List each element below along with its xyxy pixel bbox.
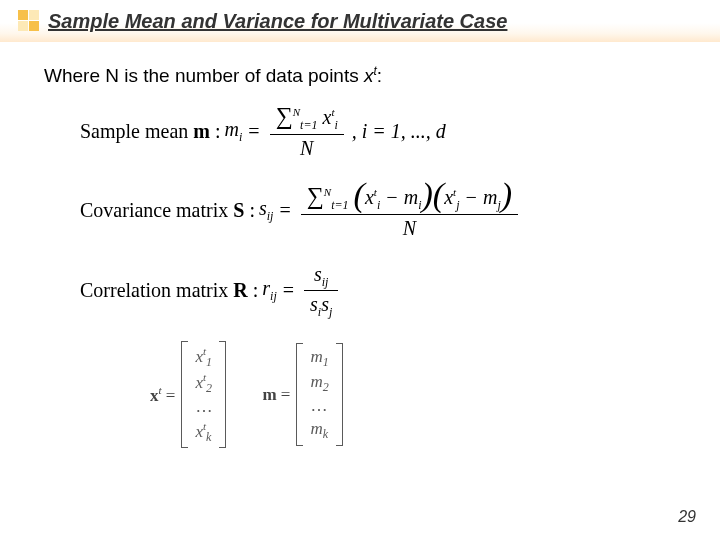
mean-frac: ∑Nt=1 xti N — [270, 101, 344, 161]
corr-num: sij — [308, 261, 334, 291]
vectors-row: xt = xt1 xt2 … xtk — [150, 341, 690, 449]
cov-p1-minus: − — [380, 186, 404, 208]
math-block: Sample mean m : mi = ∑Nt=1 xti N , i = 1… — [80, 101, 690, 448]
mean-num: ∑Nt=1 xti — [270, 101, 344, 134]
corr-num-sub: ij — [322, 275, 329, 289]
vecm-r3: … — [310, 395, 328, 418]
lbracket-icon — [181, 341, 190, 449]
slide-number: 29 — [678, 508, 696, 526]
sigma-icon: ∑ — [307, 183, 324, 209]
cov-num: ∑Nt=1 (xti − mi)(xtj − mj) — [301, 181, 518, 214]
vecx-r1-sub: 1 — [206, 355, 212, 369]
vecm-eq: = — [281, 385, 291, 404]
intro-suffix: : — [377, 65, 382, 86]
corr-lhs-var: r — [262, 277, 270, 299]
vecx-sup: t — [159, 384, 162, 396]
rbracket-icon — [334, 343, 343, 446]
cov-frac: ∑Nt=1 (xti − mi)(xtj − mj) N — [301, 181, 518, 241]
cov-lhs-var: s — [259, 197, 267, 219]
intro-prefix: Where N is the number of data points — [44, 65, 364, 86]
mean-lhs: mi — [225, 118, 243, 145]
vecm-r4-sub: k — [323, 428, 328, 442]
cov-p2-minus: − — [459, 186, 483, 208]
sigma-icon: ∑ — [276, 103, 293, 129]
vector-m: m = m1 m2 … mk — [262, 343, 342, 446]
cov-label-text: Covariance matrix — [80, 199, 233, 221]
corr-num-var: s — [314, 263, 322, 285]
cov-p2a-sup: t — [453, 186, 456, 198]
mean-den: N — [294, 135, 319, 161]
vecx-col: xt1 xt2 … xtk — [190, 341, 217, 449]
vecx-r2-sub: 2 — [206, 381, 212, 395]
corr-den-b-sub: j — [329, 305, 332, 319]
vecm-var: m — [262, 385, 276, 404]
intro-text: Where N is the number of data points xt: — [44, 64, 690, 87]
cov-label: Covariance matrix S : — [80, 199, 255, 222]
cov-p1a-sup: t — [374, 186, 377, 198]
lparen-icon: ( — [433, 176, 444, 213]
cov-den: N — [397, 215, 422, 241]
mean-eq: = — [248, 120, 259, 143]
mean-lhs-var: m — [225, 118, 239, 140]
cov-p1b-var: m — [404, 186, 418, 208]
mean-sum-lower: t=1 — [300, 118, 317, 132]
vecm-r1-var: m — [310, 347, 322, 366]
cov-sum-upper: N — [324, 186, 331, 198]
slide: Sample Mean and Variance for Multivariat… — [0, 0, 720, 540]
vecx-var: x — [150, 385, 159, 404]
accent-squares-icon — [18, 10, 42, 34]
rparen-icon: ) — [501, 176, 512, 213]
corr-label: Correlation matrix R : — [80, 279, 258, 302]
lparen-icon: ( — [354, 176, 365, 213]
cov-p1a-var: x — [365, 186, 374, 208]
vecx-r4-sub: k — [206, 430, 211, 444]
vecx-r4-var: x — [195, 422, 203, 441]
vecx-r2-var: x — [195, 373, 203, 392]
cov-sum-lower: t=1 — [331, 198, 348, 212]
cov-lhs-sub: ij — [267, 209, 274, 223]
vecm-bracket: m1 m2 … mk — [296, 343, 342, 446]
lbracket-icon — [296, 343, 305, 446]
vecx-name: xt = — [150, 384, 175, 406]
corr-lhs-sub: ij — [270, 289, 277, 303]
correlation-row: Correlation matrix R : rij = sij sisj — [80, 261, 690, 321]
mean-term-sup: t — [331, 107, 334, 119]
cov-p2b-var: m — [483, 186, 497, 208]
header-bar: Sample Mean and Variance for Multivariat… — [0, 0, 720, 42]
vecm-r1-sub: 1 — [323, 356, 329, 370]
cov-p2a-var: x — [444, 186, 453, 208]
mean-symbol: m — [193, 120, 210, 142]
mean-term-sub: i — [334, 118, 337, 132]
page-title: Sample Mean and Variance for Multivariat… — [48, 10, 507, 33]
vector-x: xt = xt1 xt2 … xtk — [150, 341, 226, 449]
corr-den: sisj — [304, 291, 338, 321]
intro-var: x — [364, 65, 374, 86]
corr-den-a-var: s — [310, 293, 318, 315]
sample-mean-row: Sample mean m : mi = ∑Nt=1 xti N , i = 1… — [80, 101, 690, 161]
vecx-bracket: xt1 xt2 … xtk — [181, 341, 226, 449]
corr-lhs: rij — [262, 277, 276, 304]
corr-eq: = — [283, 279, 294, 302]
rbracket-icon — [217, 341, 226, 449]
vecm-name: m = — [262, 385, 290, 405]
cov-symbol: S — [233, 199, 244, 221]
vecx-eq: = — [166, 385, 176, 404]
mean-sum-upper: N — [293, 107, 300, 119]
covariance-row: Covariance matrix S : sij = ∑Nt=1 (xti −… — [80, 181, 690, 241]
rparen-icon: ) — [422, 176, 433, 213]
corr-frac: sij sisj — [304, 261, 338, 321]
vecm-r2-var: m — [310, 372, 322, 391]
vecm-col: m1 m2 … mk — [305, 343, 333, 446]
vecm-r2-sub: 2 — [323, 380, 329, 394]
cov-lhs: sij — [259, 197, 273, 224]
cov-eq: = — [279, 199, 290, 222]
corr-label-text: Correlation matrix — [80, 279, 233, 301]
mean-label: Sample mean m : — [80, 120, 221, 143]
corr-symbol: R — [233, 279, 247, 301]
mean-label-text: Sample mean — [80, 120, 193, 142]
corr-den-b-var: s — [321, 293, 329, 315]
vecm-r4-var: m — [310, 419, 322, 438]
vecx-r3: … — [195, 396, 212, 419]
body: Where N is the number of data points xt:… — [0, 42, 720, 448]
vecx-r1-var: x — [195, 346, 203, 365]
